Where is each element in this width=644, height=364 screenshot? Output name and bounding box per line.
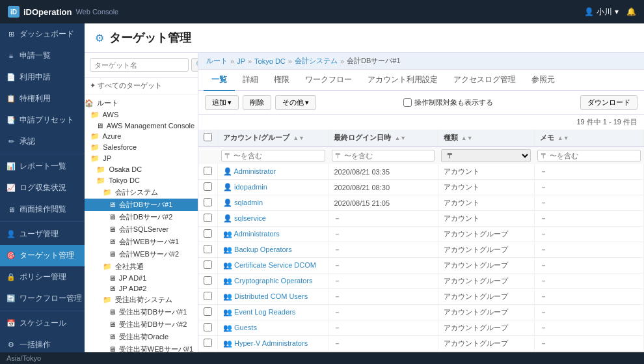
row-checkbox[interactable] bbox=[204, 214, 212, 222]
sidebar-item-dashboard[interactable]: ⊞ ダッシュボード bbox=[0, 23, 85, 45]
tree-node-root[interactable]: 🏠 ルート bbox=[85, 97, 198, 109]
filter-last-login-input[interactable] bbox=[332, 150, 435, 161]
account-link[interactable]: Certificate Service DCOM bbox=[234, 261, 316, 269]
row-checkbox[interactable] bbox=[204, 292, 212, 300]
account-link[interactable]: Hyper-V Administrators bbox=[234, 339, 308, 347]
row-checkbox[interactable] bbox=[204, 307, 212, 316]
user-menu[interactable]: 👤 小川 ▾ bbox=[584, 7, 619, 18]
account-link[interactable]: Administrators bbox=[234, 230, 279, 238]
sidebar-item-application-list[interactable]: ≡ 申請一覧 bbox=[0, 45, 85, 66]
tree-node-accounting-web1[interactable]: 🖥 会計WEBサーバ#1 bbox=[85, 236, 198, 248]
account-link[interactable]: sqlservice bbox=[234, 214, 266, 222]
sidebar-item-bulk-operation[interactable]: ⚙ 一括操作 bbox=[0, 334, 85, 352]
row-checkbox[interactable] bbox=[204, 182, 212, 191]
tree-node-order-db2[interactable]: 🖥 受注出荷DBサーバ#2 bbox=[85, 318, 198, 331]
col-header-last-login[interactable]: 最終ログイン日時 ▲▼ bbox=[329, 130, 438, 147]
row-checkbox[interactable] bbox=[204, 198, 212, 206]
breadcrumb-item-jp[interactable]: JP bbox=[237, 57, 245, 65]
tab-references[interactable]: 参照元 bbox=[524, 70, 563, 91]
sidebar-item-workflow-management[interactable]: 🔄 ワークフロー管理 bbox=[0, 288, 85, 309]
tree-node-order-system[interactable]: 📁 受注出荷システム bbox=[85, 294, 198, 306]
tab-permissions[interactable]: 権限 bbox=[266, 70, 297, 91]
add-chevron-icon: ▾ bbox=[228, 98, 232, 107]
tree-node-accounting-db1[interactable]: 🖥 会計DBサーバ#1 bbox=[85, 199, 198, 211]
tree-node-order-oracle[interactable]: 🖥 受注出荷Oracle bbox=[85, 331, 198, 343]
breadcrumb-item-accounting-system[interactable]: 会計システム bbox=[295, 56, 338, 66]
sidebar-item-policy-management[interactable]: 🔒 ポリシー管理 bbox=[0, 266, 85, 288]
account-icon: 👤 bbox=[223, 183, 232, 191]
account-link[interactable]: Cryptographic Operators bbox=[234, 277, 312, 285]
sidebar-item-approval[interactable]: ✏ 承認 bbox=[0, 131, 85, 152]
row-checkbox[interactable] bbox=[204, 276, 212, 285]
tree-node-order-web1[interactable]: 🖥 受注出荷WEBサーバ#1 bbox=[85, 343, 198, 352]
select-all-checkbox[interactable] bbox=[204, 133, 212, 141]
tab-access-log[interactable]: アクセスログ管理 bbox=[446, 70, 524, 91]
col-header-account[interactable]: アカウント/グループ ▲▼ bbox=[218, 130, 329, 147]
tree-node-osaka-dc[interactable]: 📁 Osaka DC bbox=[85, 164, 198, 175]
sidebar-item-log-collection[interactable]: 📈 ログ収集状況 bbox=[0, 177, 85, 199]
row-account-cell: 👥 Guests bbox=[218, 320, 329, 336]
row-checkbox[interactable] bbox=[204, 245, 212, 253]
tree-node-aws[interactable]: 📁 AWS bbox=[85, 109, 198, 120]
tree-node-aws-mgmt[interactable]: 🖥 AWS Management Console bbox=[85, 120, 198, 131]
tree-node-common[interactable]: 📁 全社共通 bbox=[85, 260, 198, 273]
row-checkbox[interactable] bbox=[204, 339, 212, 347]
all-targets[interactable]: ✦ すべてのターゲット bbox=[85, 77, 198, 94]
tree-node-accounting-db2[interactable]: 🖥 会計DBサーバ#2 bbox=[85, 211, 198, 223]
row-last-login-cell: － bbox=[329, 289, 438, 305]
tree-node-accounting-system[interactable]: 📁 会計システム bbox=[85, 186, 198, 199]
tab-list[interactable]: 一覧 bbox=[204, 70, 235, 91]
account-link[interactable]: Event Log Readers bbox=[234, 308, 295, 316]
account-link[interactable]: Distributed COM Users bbox=[234, 292, 308, 300]
tree-node-azure[interactable]: 📁 Azure bbox=[85, 131, 198, 142]
account-link[interactable]: idopadmin bbox=[234, 183, 267, 191]
row-checkbox[interactable] bbox=[204, 260, 212, 269]
filter-type-select[interactable]: 〒 アカウント アカウントグループ bbox=[441, 149, 531, 162]
filter-memo-input[interactable] bbox=[537, 150, 640, 161]
tree-node-jp[interactable]: 📁 JP bbox=[85, 153, 198, 164]
sidebar-item-special-use[interactable]: 📋 特権利用 bbox=[0, 88, 85, 109]
account-link[interactable]: sqladmin bbox=[234, 199, 263, 206]
tree-node-accounting-sql[interactable]: 🖥 会計SQLServer bbox=[85, 223, 198, 236]
row-checkbox[interactable] bbox=[204, 229, 212, 238]
col-header-type[interactable]: 種類 ▲▼ bbox=[438, 130, 534, 147]
other-button[interactable]: その他 ▾ bbox=[275, 95, 316, 110]
breadcrumb-item-root[interactable]: ルート bbox=[206, 56, 228, 66]
sidebar-item-target-management[interactable]: 🎯 ターゲット管理 bbox=[0, 245, 85, 266]
delete-button[interactable]: 削除 bbox=[243, 95, 271, 110]
row-last-login-cell: － bbox=[329, 336, 438, 352]
tree-node-accounting-web2[interactable]: 🖥 会計WEBサーバ#2 bbox=[85, 248, 198, 260]
download-button[interactable]: ダウンロード bbox=[580, 95, 637, 110]
sidebar-item-schedule[interactable]: 📅 スケジュール bbox=[0, 313, 85, 334]
account-link[interactable]: Guests bbox=[234, 324, 257, 331]
tree-node-salesforce[interactable]: 📁 Salesforce bbox=[85, 142, 198, 153]
row-account-cell: 👥 Administrators bbox=[218, 227, 329, 242]
row-type-cell: アカウントグループ bbox=[438, 242, 534, 258]
row-checkbox[interactable] bbox=[204, 167, 212, 175]
search-button[interactable]: 🔍 bbox=[191, 58, 198, 72]
tree-node-order-db1[interactable]: 🖥 受注出荷DBサーバ#1 bbox=[85, 306, 198, 318]
record-count-text: 19 件中 1 - 19 件目 bbox=[576, 118, 637, 126]
filter-account-input[interactable] bbox=[221, 150, 325, 161]
tab-workflow[interactable]: ワークフロー bbox=[297, 70, 360, 91]
notification-bell[interactable]: 🔔 bbox=[626, 7, 636, 16]
search-input[interactable] bbox=[90, 58, 189, 72]
tab-account-settings[interactable]: アカウント利用設定 bbox=[360, 70, 446, 91]
sidebar-item-report-list[interactable]: 📊 レポート一覧 bbox=[0, 156, 85, 177]
restriction-checkbox[interactable] bbox=[403, 98, 412, 107]
table-filter-row: 〒 アカウント アカウントグループ bbox=[198, 147, 644, 164]
add-button[interactable]: 追加 ▾ bbox=[205, 95, 239, 110]
breadcrumb-item-tokyo-dc[interactable]: Tokyo DC bbox=[254, 57, 286, 65]
account-link[interactable]: Administrator bbox=[234, 167, 276, 175]
sidebar-item-user-management[interactable]: 👤 ユーザ管理 bbox=[0, 223, 85, 245]
tree-node-jp-ad1[interactable]: 🖥 JP AD#1 bbox=[85, 273, 198, 283]
tree-node-tokyo-dc[interactable]: 📁 Tokyo DC bbox=[85, 175, 198, 186]
tab-detail[interactable]: 詳細 bbox=[235, 70, 266, 91]
tree-node-jp-ad2[interactable]: 🖥 JP AD#2 bbox=[85, 283, 198, 294]
sidebar-item-screen-operation[interactable]: 🖥 画面操作閲覧 bbox=[0, 199, 85, 220]
sidebar-item-use-application[interactable]: 📄 利用申請 bbox=[0, 66, 85, 88]
sidebar-item-preset[interactable]: 📑 申請プリセット bbox=[0, 109, 85, 131]
row-checkbox[interactable] bbox=[204, 323, 212, 331]
account-link[interactable]: Backup Operators bbox=[234, 245, 292, 253]
col-header-memo[interactable]: メモ ▲▼ bbox=[534, 130, 643, 147]
